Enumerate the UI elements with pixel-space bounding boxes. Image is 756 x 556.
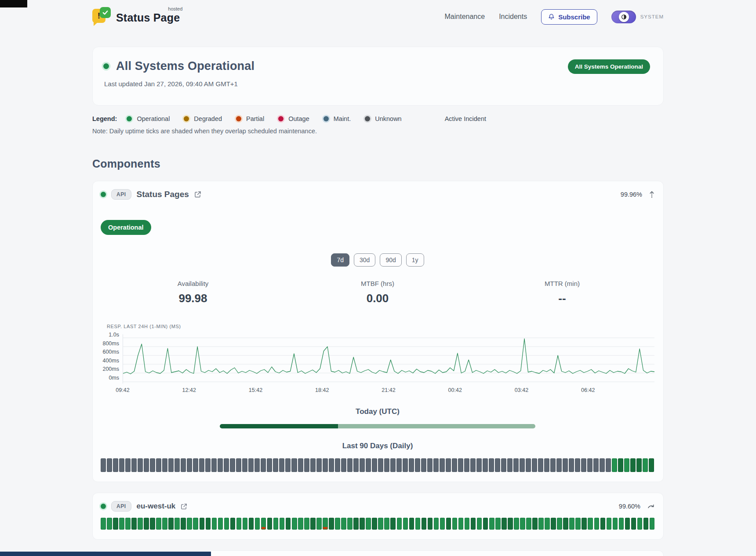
uptime-tick[interactable] bbox=[538, 458, 543, 472]
uptime-tick[interactable] bbox=[224, 458, 229, 472]
uptime-tick[interactable] bbox=[600, 458, 605, 472]
uptime-tick[interactable] bbox=[421, 458, 426, 472]
uptime-tick[interactable] bbox=[550, 458, 556, 472]
uptime-tick[interactable] bbox=[618, 458, 623, 472]
uptime-tick[interactable] bbox=[150, 458, 155, 472]
uptime-tick[interactable] bbox=[612, 458, 617, 472]
uptime-tick[interactable] bbox=[323, 518, 328, 530]
uptime-tick[interactable] bbox=[569, 518, 574, 530]
uptime-tick[interactable] bbox=[341, 458, 346, 472]
uptime-tick[interactable] bbox=[316, 458, 322, 472]
uptime-tick[interactable] bbox=[316, 518, 322, 530]
uptime-tick[interactable] bbox=[353, 458, 359, 472]
uptime-tick[interactable] bbox=[433, 458, 439, 472]
range-1y-button[interactable]: 1y bbox=[406, 253, 424, 267]
uptime-tick[interactable] bbox=[397, 518, 402, 530]
uptime-tick[interactable] bbox=[206, 518, 211, 530]
uptime-tick[interactable] bbox=[526, 518, 531, 530]
uptime-tick[interactable] bbox=[372, 458, 377, 472]
uptime-tick[interactable] bbox=[335, 458, 340, 472]
uptime-tick[interactable] bbox=[643, 518, 649, 530]
logo[interactable]: ! Status Page hosted bbox=[92, 7, 180, 26]
uptime-tick[interactable] bbox=[650, 518, 655, 530]
uptime-tick[interactable] bbox=[415, 518, 421, 530]
uptime-tick[interactable] bbox=[403, 458, 408, 472]
uptime-tick[interactable] bbox=[422, 518, 427, 530]
uptime-tick[interactable] bbox=[291, 458, 297, 472]
uptime-tick[interactable] bbox=[557, 518, 562, 530]
uptime-tick[interactable] bbox=[174, 518, 180, 530]
uptime-tick[interactable] bbox=[168, 458, 174, 472]
uptime-tick[interactable] bbox=[502, 518, 507, 530]
uptime-tick[interactable] bbox=[218, 518, 223, 530]
uptime-tick[interactable] bbox=[501, 458, 506, 472]
uptime-tick[interactable] bbox=[538, 518, 544, 530]
uptime-tick[interactable] bbox=[119, 518, 124, 530]
uptime-tick[interactable] bbox=[409, 518, 414, 530]
uptime-tick[interactable] bbox=[347, 458, 353, 472]
uptime-tick[interactable] bbox=[446, 518, 451, 530]
uptime-tick[interactable] bbox=[434, 518, 439, 530]
uptime-tick[interactable] bbox=[440, 518, 445, 530]
uptime-tick[interactable] bbox=[476, 458, 482, 472]
uptime-tick[interactable] bbox=[507, 458, 512, 472]
uptime-tick[interactable] bbox=[212, 518, 217, 530]
uptime-tick[interactable] bbox=[575, 458, 580, 472]
response-time-chart[interactable]: RESP. LAST 24H (1-MIN) (MS) 1.0s800ms600… bbox=[101, 324, 654, 395]
uptime-tick[interactable] bbox=[236, 458, 241, 472]
uptime-tick[interactable] bbox=[563, 518, 568, 530]
uptime-tick[interactable] bbox=[378, 458, 383, 472]
uptime-tick[interactable] bbox=[156, 518, 161, 530]
uptime-tick[interactable] bbox=[156, 458, 161, 472]
uptime-tick[interactable] bbox=[556, 458, 562, 472]
uptime-tick[interactable] bbox=[323, 458, 328, 472]
uptime-tick[interactable] bbox=[242, 458, 247, 472]
uptime-tick[interactable] bbox=[360, 518, 365, 530]
uptime-tick[interactable] bbox=[458, 518, 464, 530]
uptime-tick[interactable] bbox=[366, 458, 371, 472]
uptime-tick[interactable] bbox=[630, 458, 636, 472]
uptime-tick[interactable] bbox=[113, 518, 118, 530]
uptime-tick[interactable] bbox=[613, 518, 618, 530]
uptime-tick[interactable] bbox=[279, 458, 284, 472]
uptime-tick[interactable] bbox=[631, 518, 636, 530]
uptime-tick[interactable] bbox=[637, 518, 643, 530]
uptime-tick[interactable] bbox=[131, 518, 137, 530]
uptime-tick[interactable] bbox=[390, 518, 396, 530]
uptime-tick[interactable] bbox=[544, 458, 549, 472]
uptime-tick[interactable] bbox=[396, 458, 402, 472]
uptime-tick[interactable] bbox=[347, 518, 353, 530]
uptime-tick[interactable] bbox=[446, 458, 451, 472]
uptime-tick[interactable] bbox=[489, 458, 494, 472]
uptime-tick[interactable] bbox=[409, 458, 414, 472]
uptime-tick[interactable] bbox=[563, 458, 568, 472]
uptime-tick[interactable] bbox=[594, 518, 600, 530]
uptime-tick[interactable] bbox=[607, 518, 612, 530]
uptime-tick[interactable] bbox=[335, 518, 340, 530]
uptime-tick[interactable] bbox=[520, 518, 525, 530]
uptime-tick[interactable] bbox=[107, 518, 112, 530]
nav-incidents[interactable]: Incidents bbox=[499, 13, 527, 21]
uptime-tick[interactable] bbox=[372, 518, 377, 530]
uptime-tick[interactable] bbox=[162, 518, 167, 530]
uptime-tick[interactable] bbox=[236, 518, 242, 530]
uptime-tick[interactable] bbox=[514, 518, 519, 530]
uptime-tick[interactable] bbox=[465, 518, 470, 530]
uptime-tick[interactable] bbox=[452, 458, 457, 472]
uptime-tick[interactable] bbox=[162, 458, 167, 472]
uptime-tick[interactable] bbox=[261, 518, 266, 530]
range-7d-button[interactable]: 7d bbox=[331, 253, 349, 267]
uptime-tick[interactable] bbox=[304, 518, 309, 530]
uptime-tick[interactable] bbox=[174, 458, 180, 472]
uptime-tick[interactable] bbox=[520, 458, 525, 472]
uptime-tick[interactable] bbox=[624, 458, 629, 472]
uptime-ticks-90d[interactable] bbox=[101, 518, 654, 530]
uptime-tick[interactable] bbox=[181, 458, 186, 472]
uptime-tick[interactable] bbox=[360, 458, 365, 472]
uptime-tick[interactable] bbox=[193, 458, 198, 472]
uptime-tick[interactable] bbox=[464, 458, 469, 472]
uptime-tick[interactable] bbox=[211, 458, 217, 472]
uptime-tick[interactable] bbox=[403, 518, 408, 530]
uptime-tick[interactable] bbox=[593, 458, 599, 472]
uptime-tick[interactable] bbox=[286, 518, 291, 530]
